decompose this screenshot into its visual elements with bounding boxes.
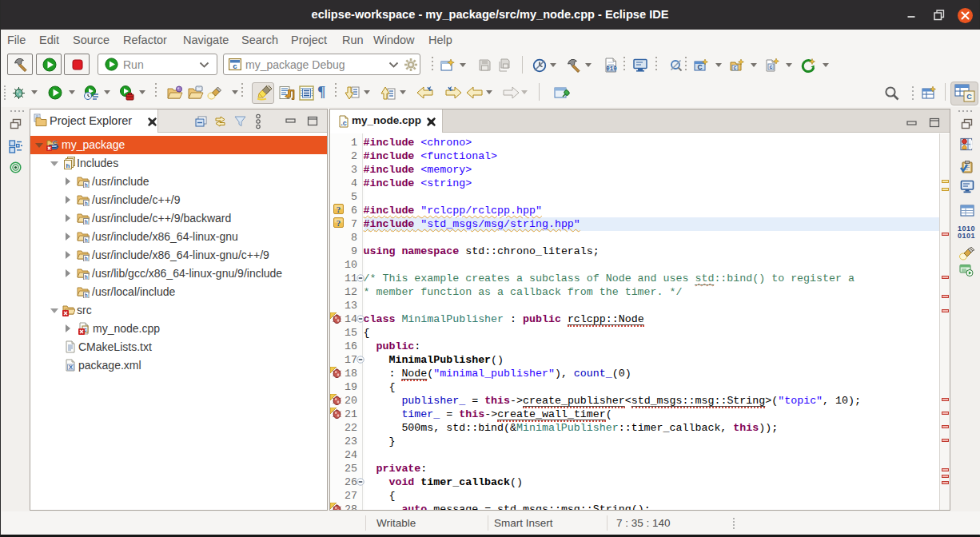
svg-text:?: ?: [337, 205, 341, 214]
svg-text:c: c: [233, 62, 237, 70]
svg-text:.c: .c: [341, 119, 347, 127]
svg-text:h: h: [85, 257, 88, 262]
svg-text:C: C: [966, 93, 972, 101]
svg-text:h: h: [85, 220, 88, 225]
svg-text:C: C: [697, 63, 702, 71]
svg-text:X: X: [69, 364, 73, 371]
svg-text:h: h: [85, 201, 88, 207]
svg-text:h: h: [85, 238, 88, 244]
svg-text:h: h: [85, 183, 88, 189]
svg-text:h: h: [66, 162, 70, 169]
svg-text:C: C: [53, 139, 58, 146]
svg-text:c: c: [734, 65, 737, 70]
svg-text:c: c: [769, 63, 772, 70]
svg-text:?: ?: [337, 218, 341, 228]
svg-text:h: h: [85, 275, 88, 280]
svg-text:h: h: [85, 293, 88, 299]
svg-text:010: 010: [606, 66, 617, 72]
